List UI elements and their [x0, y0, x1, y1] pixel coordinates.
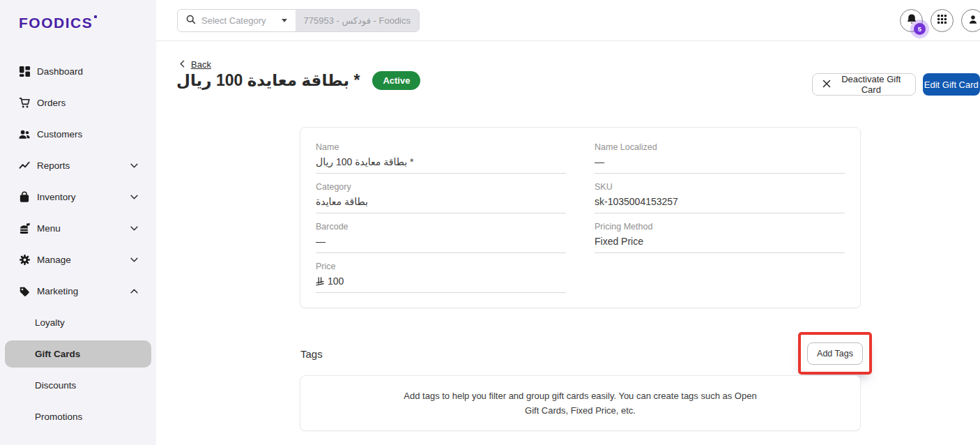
add-tags-button[interactable]: Add Tags	[807, 342, 863, 365]
sidebar-item-discounts[interactable]: Discounts	[0, 370, 156, 401]
page-title: بطاقة معايدة 100 ريال *	[176, 71, 360, 90]
chart-line-icon	[18, 160, 31, 172]
tags-empty-card: Add tags to help you filter and group gi…	[300, 375, 861, 431]
sidebar-item-label: Dashboard	[37, 66, 83, 77]
field-value: بطاقة معايدة 100 ريال *	[316, 156, 566, 174]
notification-count-badge: 5	[914, 23, 926, 35]
sidebar-item-marketing[interactable]: Marketing	[0, 276, 156, 307]
gear-icon	[18, 254, 31, 266]
field-value: —	[316, 236, 566, 253]
dashboard-icon	[18, 66, 31, 78]
sidebar-item-loyalty[interactable]: Loyalty	[0, 307, 156, 338]
sidebar-item-label: Promotions	[35, 412, 82, 422]
sidebar-item-label: Manage	[37, 255, 71, 265]
field-barcode: Barcode —	[316, 222, 566, 253]
field-sku: SKU sk-1035004153257	[595, 182, 845, 213]
chevron-left-icon	[180, 59, 185, 70]
edit-gift-card-button[interactable]: Edit Gift Card	[923, 73, 980, 96]
title-row: بطاقة معايدة 100 ريال * Active	[176, 71, 420, 90]
business-scope-label: 775953 - فودكس - Foodics	[296, 10, 420, 31]
field-label: Category	[316, 182, 566, 192]
tags-empty-text: Add tags to help you filter and group gi…	[401, 389, 760, 418]
chevron-down-icon	[130, 226, 138, 231]
field-label: Pricing Method	[595, 222, 845, 232]
field-name: Name بطاقة معايدة 100 ريال *	[316, 142, 566, 174]
price-amount: 100	[328, 276, 344, 287]
field-label: SKU	[595, 182, 845, 192]
sidebar-item-label: Loyalty	[35, 317, 65, 328]
notifications-button[interactable]: 5	[900, 9, 923, 32]
sidebar-item-label: Discounts	[35, 380, 76, 391]
main-content: Back بطاقة معايدة 100 ريال * Active Deac…	[156, 42, 980, 445]
sidebar-item-customers[interactable]: Customers	[0, 119, 156, 150]
back-link[interactable]: Back	[180, 59, 211, 70]
sidebar-item-label: Gift Cards	[35, 349, 80, 359]
field-label: Price	[316, 262, 566, 271]
caret-down-icon	[282, 19, 287, 22]
person-icon	[967, 14, 979, 28]
profile-button[interactable]	[961, 9, 980, 32]
chevron-up-icon	[130, 289, 138, 294]
sidebar-item-promotions[interactable]: Promotions	[0, 401, 156, 432]
chevron-down-icon	[130, 163, 138, 168]
back-label: Back	[191, 59, 211, 70]
category-select-placeholder: Select Category	[201, 15, 266, 26]
customers-icon	[18, 128, 31, 141]
chevron-down-icon	[130, 257, 138, 262]
category-select-trigger[interactable]: Select Category	[178, 10, 296, 31]
cart-icon	[18, 97, 31, 110]
field-label: Name Localized	[595, 142, 845, 152]
sidebar-item-manage[interactable]: Manage	[0, 244, 156, 276]
sidebar-item-label: Menu	[37, 223, 61, 234]
sidebar-item-label: Orders	[37, 98, 66, 108]
bag-icon	[18, 191, 31, 204]
sidebar-nav: Dashboard Orders Customers Reports	[0, 56, 156, 445]
sidebar-item-coupons[interactable]: Coupons	[0, 432, 156, 445]
sidebar-item-reports[interactable]: Reports	[0, 150, 156, 181]
field-price: Price 100	[316, 262, 566, 293]
sidebar-item-orders[interactable]: Orders	[0, 87, 156, 119]
field-value: sk-1035004153257	[595, 196, 845, 213]
sidebar-item-menu[interactable]: Menu	[0, 213, 156, 244]
sidebar-item-label: Inventory	[37, 192, 76, 202]
burger-icon	[18, 222, 31, 235]
field-label: Name	[316, 142, 566, 152]
field-value: 100	[316, 276, 566, 293]
sidebar-item-label: Reports	[37, 160, 70, 171]
search-icon	[186, 15, 196, 27]
field-label: Barcode	[316, 222, 566, 232]
sidebar-item-dashboard[interactable]: Dashboard	[0, 56, 156, 87]
annotation-highlight-box: Add Tags	[798, 332, 872, 375]
topbar: Select Category 775953 - فودكس - Foodics…	[156, 0, 980, 41]
apps-grid-icon	[937, 14, 947, 27]
deactivate-label: Deactivate Gift Card	[837, 74, 905, 95]
sidebar: FOODICS Dashboard Orders Customers	[0, 0, 156, 445]
app-window: FOODICS Dashboard Orders Customers	[0, 0, 980, 445]
sidebar-item-label: Marketing	[37, 286, 78, 296]
field-pricing-method: Pricing Method Fixed Price	[595, 222, 845, 253]
header-actions: Deactivate Gift Card Edit Gift Card	[812, 73, 980, 96]
foodics-logo[interactable]: FOODICS	[19, 15, 97, 31]
field-value: Fixed Price	[595, 236, 845, 253]
field-value: بطاقة معايدة	[316, 196, 566, 213]
deactivate-gift-card-button[interactable]: Deactivate Gift Card	[812, 73, 916, 96]
field-name-localized: Name Localized —	[595, 142, 845, 174]
apps-grid-button[interactable]	[931, 9, 954, 32]
field-value: —	[595, 156, 845, 174]
gift-card-details-card: Name بطاقة معايدة 100 ريال * Name Locali…	[300, 127, 861, 308]
sar-currency-icon	[316, 277, 324, 286]
close-icon	[822, 80, 831, 90]
tag-icon	[18, 285, 31, 298]
field-category: Category بطاقة معايدة	[316, 182, 566, 213]
status-badge: Active	[372, 71, 420, 90]
sidebar-item-gift-cards[interactable]: Gift Cards	[5, 340, 151, 368]
category-select[interactable]: Select Category 775953 - فودكس - Foodics	[177, 9, 420, 32]
chevron-down-icon	[130, 195, 138, 199]
tags-heading: Tags	[300, 348, 323, 360]
sidebar-item-inventory[interactable]: Inventory	[0, 181, 156, 213]
sidebar-item-label: Customers	[37, 129, 82, 139]
